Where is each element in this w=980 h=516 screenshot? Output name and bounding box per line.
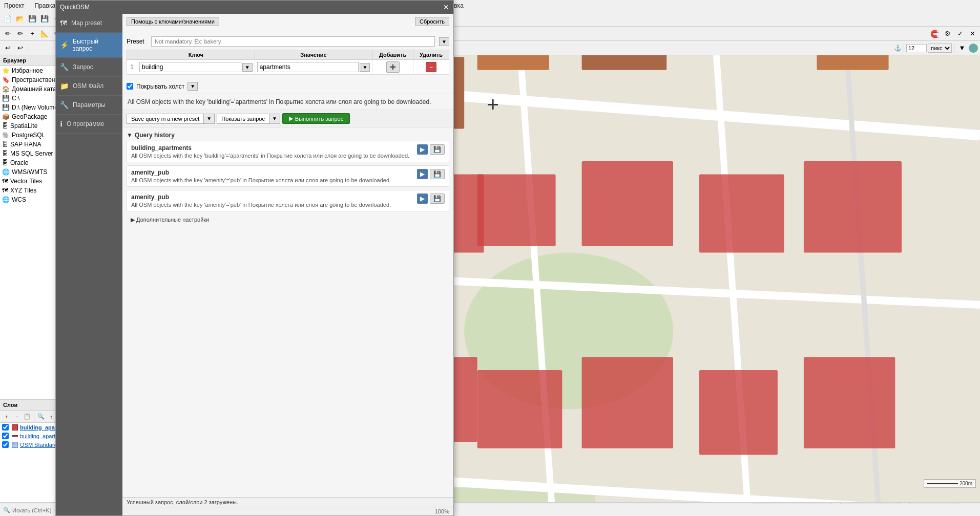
history-item-2: amenity_pub All OSM objects with the key… (127, 165, 449, 187)
layer-3-checkbox[interactable] (2, 441, 9, 448)
filter-btn[interactable]: ▼ (956, 42, 968, 54)
adv-btn-1[interactable]: ↩ (2, 42, 13, 54)
layers-open-attr-btn[interactable]: 📋 (23, 412, 32, 421)
svg-rect-36 (477, 175, 556, 246)
layers-add-btn[interactable]: + (2, 412, 11, 421)
delete-row-btn-1[interactable]: − (426, 62, 436, 72)
cover-canvas-label: Покрывать холст (136, 83, 184, 90)
wms-icon: 🌐 (2, 168, 10, 176)
preset-row: Preset ▼ (127, 36, 449, 47)
open-project-btn[interactable]: 📂 (14, 13, 26, 25)
browser-item-label: Избранное (12, 67, 43, 74)
extra-settings[interactable]: ▶ Дополнительные настройки (127, 214, 449, 225)
browser-item-label: Vector Tiles (10, 178, 42, 185)
star-icon: ⭐ (2, 67, 10, 74)
browser-item-label: WCS (12, 196, 26, 203)
history-2-save-btn[interactable]: 💾 (430, 169, 445, 179)
nav-query[interactable]: 🔧 Запрос (56, 58, 122, 77)
save-query-dropdown[interactable]: Save query in a new preset ▼ (127, 114, 215, 124)
anchor-icon: ⚓ (894, 45, 902, 52)
history-1-save-btn[interactable]: 💾 (430, 144, 445, 155)
row-num-1: 1 (127, 60, 137, 75)
nav-map-preset[interactable]: 🗺 Map preset (56, 14, 122, 33)
info-text: All OSM objects with the key 'building'=… (122, 94, 453, 110)
value-input-1[interactable] (257, 62, 359, 72)
value-field-container: ▼ (257, 62, 370, 72)
delete-cell-1: − (413, 60, 449, 75)
db-icon-1: 🗄 (2, 122, 8, 130)
font-size-input[interactable] (906, 44, 927, 52)
preset-dropdown-btn[interactable]: ▼ (439, 37, 449, 46)
dialog-close-btn[interactable]: ✕ (443, 3, 449, 11)
layers-up-btn[interactable]: ↑ (47, 412, 56, 421)
tiles-icon-1: 🗺 (2, 178, 8, 185)
value-dropdown-btn-1[interactable]: ▼ (360, 63, 370, 72)
browser-item-label: WMS/WMTS (12, 168, 47, 176)
snap-all-btn[interactable]: ✓ (954, 28, 966, 39)
history-2-run-btn[interactable]: ▶ (417, 169, 428, 179)
layers-remove-btn[interactable]: − (12, 412, 22, 421)
svg-rect-43 (804, 357, 895, 448)
key-field-container: ▼ (139, 62, 253, 72)
new-project-btn[interactable]: 📄 (2, 13, 13, 25)
help-keys-btn[interactable]: Помощь с ключами/значениями (127, 17, 219, 26)
layers-filter-btn[interactable]: 🔍 (36, 412, 46, 421)
show-query-arrow[interactable]: ▼ (269, 114, 280, 123)
add-line-btn[interactable]: 📐 (39, 28, 50, 39)
snap-settings-btn[interactable]: ⚙ (942, 28, 953, 39)
menu-project[interactable]: Проект (2, 2, 27, 10)
action-row: Save query in a new preset ▼ Показать за… (122, 110, 453, 127)
reset-btn[interactable]: Сбросить (415, 17, 449, 26)
main-area: Браузер ↻ 🔍 + — ? ✕ ⭐ Избранное 🔖 Простр… (0, 55, 980, 502)
layer-3-name[interactable]: OSM Standard (20, 442, 57, 448)
toolbar-sep-9 (904, 43, 904, 53)
menu-edit[interactable]: Правка (33, 2, 58, 10)
edit-toggle-btn[interactable]: ✏ (2, 28, 13, 39)
cover-canvas-checkbox[interactable] (127, 83, 133, 90)
cover-canvas-row: Покрывать холст ▼ (122, 79, 453, 94)
preset-label: Preset (127, 38, 147, 45)
preset-input[interactable] (151, 36, 435, 47)
history-header[interactable]: ▼ Query history (127, 130, 449, 141)
key-dropdown-btn-1[interactable]: ▼ (242, 63, 253, 72)
key-input-1[interactable] (139, 62, 241, 72)
layer-2-checkbox[interactable] (2, 433, 9, 439)
color-btn[interactable] (969, 44, 978, 53)
adv-btn-2[interactable]: ↩ (14, 42, 26, 54)
help-btn-area: Помощь с ключами/значениями Сбросить (122, 14, 453, 29)
save-query-arrow[interactable]: ▼ (204, 114, 214, 123)
nav-about[interactable]: ℹ О программе (56, 115, 122, 134)
history-3-run-btn[interactable]: ▶ (417, 193, 428, 204)
svg-rect-41 (582, 357, 673, 448)
add-row-btn-1[interactable]: ✚ (386, 61, 400, 73)
snap-clear-btn[interactable]: ✕ (967, 28, 978, 39)
history-3-save-btn[interactable]: 💾 (430, 193, 445, 204)
tiles-icon-2: 🗺 (2, 187, 8, 194)
wcs-icon: 🌐 (2, 196, 10, 203)
dialog-content: Помощь с ключами/значениями Сбросить Pre… (122, 14, 453, 515)
nav-parameters[interactable]: 🔧 Параметры (56, 96, 122, 115)
show-query-dropdown[interactable]: Показать запрос ▼ (217, 114, 280, 124)
kv-table: Ключ Значение Добавить Удалить 1 (127, 50, 449, 75)
add-point-btn[interactable]: + (27, 28, 38, 39)
browser-item-label: GeoPackage (12, 113, 47, 120)
unit-select[interactable]: пикс (928, 44, 952, 53)
digitize-btn[interactable]: ✏ (14, 28, 26, 39)
nav-osm-file[interactable]: 📁 OSM Файл (56, 77, 122, 96)
save-project-btn[interactable]: 💾 (27, 13, 38, 25)
map-preset-icon: 🗺 (60, 19, 67, 27)
browser-item-label: D:\ (New Volume) (12, 104, 60, 111)
history-1-run-btn[interactable]: ▶ (417, 144, 428, 155)
query-icon: 🔧 (60, 63, 69, 71)
history-item-2-actions: ▶ 💾 (417, 169, 445, 179)
cover-canvas-dropdown[interactable]: ▼ (187, 82, 198, 91)
save-as-btn[interactable]: 💾 (39, 13, 50, 25)
layer-1-checkbox[interactable] (2, 424, 9, 431)
db-icon-2: 🐘 (2, 132, 10, 139)
history-item-1-title: building_apartments (131, 144, 413, 152)
drive-icon: 💾 (2, 95, 10, 102)
map-scale-indicator: 200m (924, 479, 976, 488)
run-query-btn[interactable]: ▶ Выполнить запрос (282, 113, 350, 124)
browser-title: Браузер (3, 57, 26, 63)
nav-quick-query[interactable]: ⚡ Быстрый запрос (56, 33, 122, 58)
